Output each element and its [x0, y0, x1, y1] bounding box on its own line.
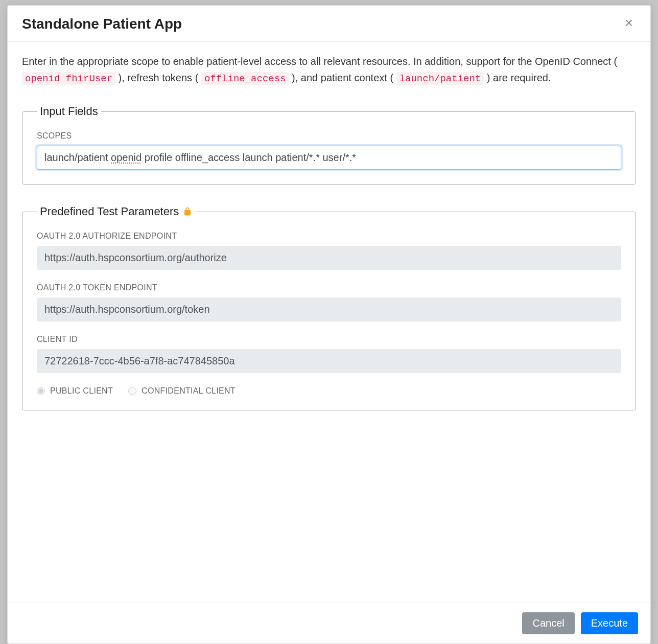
authorize-endpoint-label: OAUTH 2.0 AUTHORIZE ENDPOINT: [37, 232, 621, 241]
modal-dialog: Standalone Patient App × Enter in the ap…: [7, 5, 651, 644]
close-button[interactable]: ×: [622, 16, 636, 30]
scopes-value-pre: launch/patient: [44, 152, 111, 163]
predefined-params-fieldset: Predefined Test Parameters OAUTH 2.0 AUT…: [22, 205, 636, 410]
client-type-radio-group: PUBLIC CLIENT CONFIDENTIAL CLIENT: [37, 386, 621, 396]
intro-code-launchpatient: launch/patient: [396, 72, 484, 85]
modal-title: Standalone Patient App: [22, 16, 182, 32]
client-id-input: [37, 349, 621, 373]
scopes-input[interactable]: launch/patient openid profile offline_ac…: [37, 146, 621, 170]
predefined-legend-text: Predefined Test Parameters: [40, 205, 179, 218]
intro-part1: Enter in the appropriate scope to enable…: [22, 56, 617, 67]
predefined-params-legend: Predefined Test Parameters: [37, 205, 195, 218]
confidential-client-radio-item: CONFIDENTIAL CLIENT: [128, 386, 236, 396]
scopes-label: SCOPES: [37, 131, 621, 141]
intro-code-offline: offline_access: [201, 72, 289, 85]
scopes-value-spellcheck: openid: [111, 152, 142, 163]
intro-code-openid: openid fhirUser: [22, 72, 115, 85]
intro-part4: ) are required.: [484, 72, 551, 83]
lock-icon: [183, 206, 192, 217]
modal-footer: Cancel Execute: [8, 603, 650, 643]
public-client-label: PUBLIC CLIENT: [50, 386, 113, 396]
authorize-endpoint-group: OAUTH 2.0 AUTHORIZE ENDPOINT: [37, 232, 621, 270]
modal-header: Standalone Patient App ×: [8, 6, 650, 42]
token-endpoint-input: [37, 297, 621, 321]
input-fields-fieldset: Input Fields SCOPES launch/patient openi…: [22, 105, 636, 185]
input-fields-legend: Input Fields: [37, 105, 101, 118]
intro-text: Enter in the appropriate scope to enable…: [22, 53, 636, 86]
token-endpoint-label: OAUTH 2.0 TOKEN ENDPOINT: [37, 283, 621, 292]
scopes-value-post: profile offline_access launch patient/*.…: [142, 152, 356, 163]
public-client-radio-item: PUBLIC CLIENT: [37, 386, 113, 396]
execute-button[interactable]: Execute: [581, 612, 638, 634]
close-icon: ×: [625, 15, 633, 31]
client-id-label: CLIENT ID: [37, 335, 621, 344]
public-client-radio[interactable]: [37, 387, 45, 395]
authorize-endpoint-input: [37, 246, 621, 270]
token-endpoint-group: OAUTH 2.0 TOKEN ENDPOINT: [37, 283, 621, 321]
confidential-client-label: CONFIDENTIAL CLIENT: [142, 386, 236, 396]
confidential-client-radio[interactable]: [128, 387, 136, 395]
cancel-button[interactable]: Cancel: [522, 612, 574, 634]
intro-part2: ), refresh tokens (: [115, 72, 201, 83]
client-id-group: CLIENT ID: [37, 335, 621, 373]
modal-body: Enter in the appropriate scope to enable…: [8, 42, 650, 603]
intro-part3: ), and patient context (: [289, 72, 396, 83]
